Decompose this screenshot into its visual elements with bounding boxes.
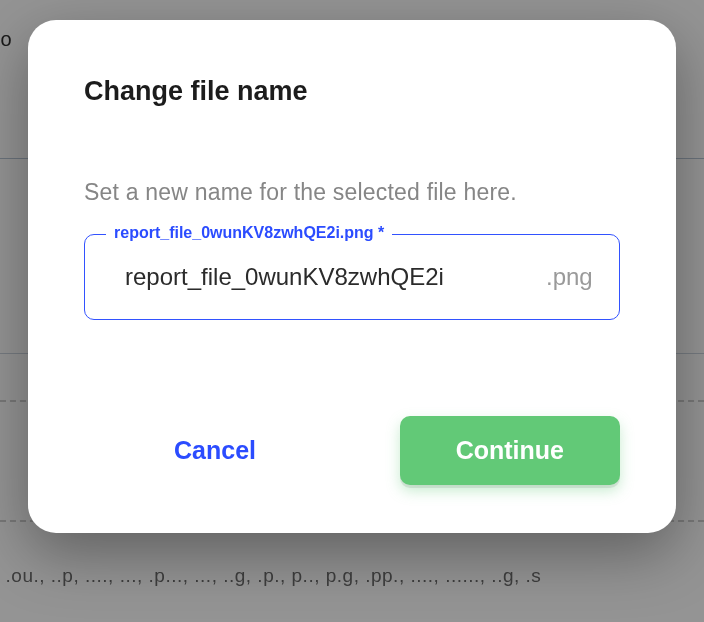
filename-extension: .png	[546, 263, 593, 291]
filename-label: report_file_0wunKV8zwhQE2i.png *	[106, 224, 392, 242]
modal-actions: Cancel Continue	[84, 416, 620, 485]
modal-title: Change file name	[84, 76, 620, 107]
continue-button[interactable]: Continue	[400, 416, 620, 485]
filename-field-wrap: report_file_0wunKV8zwhQE2i.png * .png	[84, 234, 620, 320]
rename-file-modal: Change file name Set a new name for the …	[28, 20, 676, 533]
modal-instruction: Set a new name for the selected file her…	[84, 179, 620, 206]
filename-input[interactable]	[125, 263, 538, 291]
modal-overlay[interactable]: Change file name Set a new name for the …	[0, 0, 704, 622]
filename-field[interactable]: .png	[84, 234, 620, 320]
cancel-button[interactable]: Cancel	[164, 424, 266, 477]
